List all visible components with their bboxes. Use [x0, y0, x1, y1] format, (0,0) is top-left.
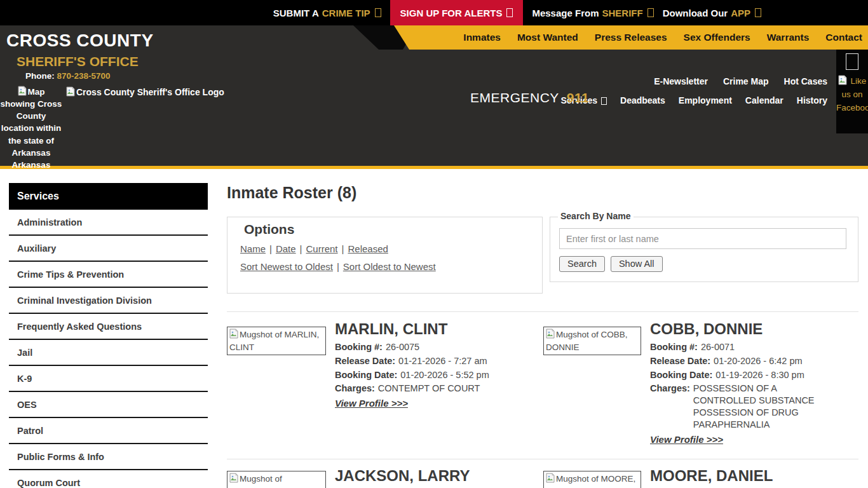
map-alt-text: Map showing Cross County location within… — [1, 87, 62, 170]
nav-press-releases[interactable]: Press Releases — [595, 32, 667, 43]
inmate-name: COBB, DONNIE — [650, 321, 828, 338]
missing-glyph-box-icon — [375, 8, 381, 17]
booking-num-label: Booking #: — [650, 341, 698, 353]
divider — [227, 311, 858, 312]
nav-calendar[interactable]: Calendar — [745, 95, 783, 105]
charges-value: CONTEMPT OF COURT — [378, 383, 480, 395]
filter-name-link[interactable]: Name — [240, 243, 266, 254]
broken-image-icon — [66, 86, 75, 97]
nav-crime-map[interactable]: Crime Map — [723, 76, 769, 86]
page: SUBMIT ACRIME TIP SIGN UP FOR ALERTS Mes… — [0, 0, 868, 488]
sidebar-item-crime-tips[interactable]: Crime Tips & Prevention — [9, 262, 208, 288]
filter-current-link[interactable]: Current — [306, 243, 338, 254]
missing-glyph-box-icon — [846, 53, 858, 70]
booking-date-value: 01-20-2026 - 5:52 pm — [400, 369, 489, 381]
inmate-details: JACKSON, LARRY Booking #:26-0064 — [335, 468, 470, 488]
inmate-name: MOORE, DANIEL — [650, 468, 773, 485]
broken-image-icon — [18, 86, 27, 96]
phone-label: Phone: — [25, 71, 55, 81]
options-panel: Options Name|Date|Current|Released Sort … — [227, 217, 543, 294]
release-date-value: 01-21-2026 - 7:27 am — [398, 355, 487, 367]
utility-bar: SUBMIT ACRIME TIP SIGN UP FOR ALERTS Mes… — [0, 0, 868, 25]
emergency-number: 911 — [567, 90, 589, 105]
submit-crime-tip-link[interactable]: SUBMIT ACRIME TIP — [273, 0, 381, 25]
message-prefix: Message From — [532, 8, 599, 18]
search-button[interactable]: Search — [559, 256, 605, 272]
emergency-label: EMERGENCY — [470, 90, 559, 105]
mugshot-broken-image[interactable]: Mugshot of COBB, DONNIE — [543, 327, 641, 355]
broken-image-icon — [546, 329, 555, 339]
filter-date-link[interactable]: Date — [276, 243, 296, 254]
view-profile-link[interactable]: View Profile >>> — [650, 434, 723, 445]
broken-image-icon — [546, 473, 555, 483]
booking-num-value: 26-0071 — [701, 341, 735, 353]
mugshot-alt-text: Mugshot of JACKSON, LARRY — [229, 474, 303, 488]
nav-contact[interactable]: Contact — [825, 32, 862, 43]
sidebar-item-auxiliary[interactable]: Auxiliary — [9, 236, 208, 262]
nav-warrants[interactable]: Warrants — [767, 32, 810, 43]
nav-employment[interactable]: Employment — [679, 95, 732, 105]
view-profile-link[interactable]: View Profile >>> — [335, 398, 408, 409]
phone-number[interactable]: 870-238-5700 — [57, 71, 111, 81]
nav-hot-cases[interactable]: Hot Cases — [784, 76, 827, 86]
nav-enewsletter[interactable]: E-Newsletter — [654, 76, 708, 86]
services-sidebar: Services Administration Auxiliary Crime … — [9, 183, 208, 488]
mugshot-broken-image[interactable]: Mugshot of JACKSON, LARRY — [227, 471, 326, 488]
download-prefix: Download Our — [663, 8, 728, 18]
show-all-button[interactable]: Show All — [611, 256, 663, 272]
crime-tip-highlight: CRIME TIP — [322, 8, 370, 18]
missing-glyph-box-icon — [506, 8, 513, 17]
charge-line: POSSESSION OF A CONTROLLED SUBSTANCE — [693, 383, 815, 405]
office-logo-broken-image: Cross County Sheriff's Office Logo — [66, 86, 224, 97]
nav-most-wanted[interactable]: Most Wanted — [517, 32, 578, 43]
booking-date-label: Booking Date: — [335, 369, 397, 381]
booking-date-label: Booking Date: — [650, 369, 712, 381]
sidebar-item-public-forms[interactable]: Public Forms & Info — [9, 444, 208, 470]
page-title: Inmate Roster (8) — [227, 184, 356, 202]
sidebar-item-patrol[interactable]: Patrol — [9, 418, 208, 444]
message-from-sheriff-link[interactable]: Message FromSHERIFF — [532, 0, 653, 25]
search-input[interactable] — [559, 228, 846, 249]
inmate-name: MARLIN, CLINT — [335, 321, 489, 338]
mugshot-broken-image[interactable]: Mugshot of MOORE, DANIEL — [543, 471, 641, 488]
missing-glyph-box-icon — [601, 97, 607, 105]
message-highlight: SHERIFF — [602, 8, 642, 18]
county-map-broken-image: Map showing Cross County location within… — [0, 86, 62, 171]
sidebar-title: Services — [9, 183, 208, 210]
sidebar-item-administration[interactable]: Administration — [9, 210, 208, 236]
inmate-name: JACKSON, LARRY — [335, 468, 470, 485]
download-app-link[interactable]: Download OurAPP — [663, 0, 761, 25]
missing-glyph-box-icon — [648, 8, 654, 17]
sidebar-item-oes[interactable]: OES — [9, 392, 208, 418]
search-legend: Search By Name — [558, 211, 634, 221]
facebook-link[interactable]: Like us on Facebook — [836, 50, 868, 133]
sign-up-for-alerts-button[interactable]: SIGN UP FOR ALERTS — [390, 0, 524, 25]
missing-glyph-box-icon — [755, 8, 761, 17]
nav-inmates[interactable]: Inmates — [463, 32, 501, 43]
sidebar-item-faq[interactable]: Frequently Asked Questions — [9, 314, 208, 340]
separator: | — [269, 243, 272, 254]
nav-deadbeats[interactable]: Deadbeats — [620, 95, 665, 105]
sort-newest-link[interactable]: Sort Newest to Oldest — [240, 261, 333, 272]
mugshot-alt-text: Mugshot of COBB, DONNIE — [546, 330, 628, 352]
secondary-nav-row2: Services Deadbeats Employment Calendar H… — [560, 95, 827, 105]
charges-label: Charges: — [650, 383, 690, 430]
inmate-card-jackson: Mugshot of JACKSON, LARRY JACKSON, LARRY… — [227, 468, 543, 488]
alerts-label: SIGN UP FOR ALERTS — [400, 8, 503, 18]
sidebar-item-k9[interactable]: K-9 — [9, 366, 208, 392]
sidebar-item-quorum-court[interactable]: Quorum Court — [9, 470, 208, 488]
sidebar-item-cid[interactable]: Criminal Investigation Division — [9, 288, 208, 314]
broken-image-icon — [229, 329, 238, 339]
nav-sex-offenders[interactable]: Sex Offenders — [684, 32, 750, 43]
mugshot-broken-image[interactable]: Mugshot of MARLIN, CLINT — [227, 327, 326, 355]
release-date-value: 01-20-2026 - 6:42 pm — [714, 355, 802, 367]
filter-released-link[interactable]: Released — [348, 243, 388, 254]
nav-history[interactable]: History — [797, 95, 827, 105]
sidebar-item-jail[interactable]: Jail — [9, 340, 208, 366]
site-subtitle: SHERIFF'S OFFICE — [17, 54, 139, 69]
release-date-label: Release Date: — [650, 355, 710, 367]
separator: | — [342, 243, 344, 254]
release-date-label: Release Date: — [335, 355, 395, 367]
sort-oldest-link[interactable]: Sort Oldest to Newest — [343, 261, 436, 272]
search-panel: Search By Name Search Show All — [550, 217, 858, 282]
